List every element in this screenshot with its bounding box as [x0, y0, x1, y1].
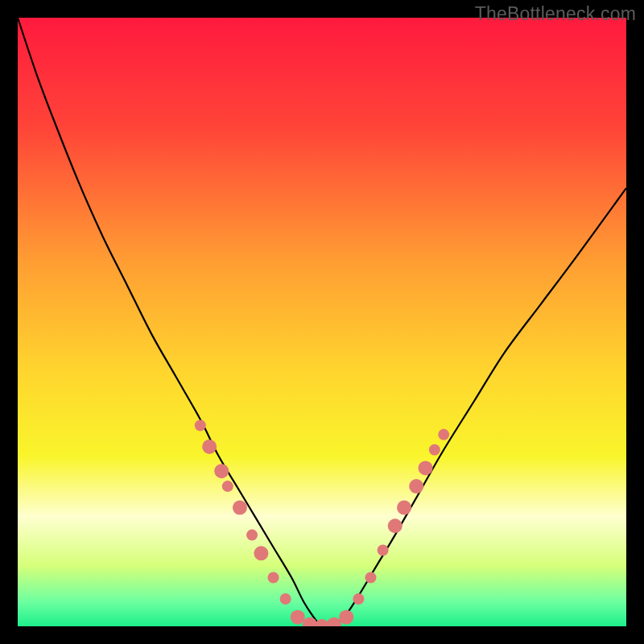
data-marker	[233, 501, 247, 515]
data-marker	[388, 518, 402, 533]
gradient-background	[18, 18, 626, 626]
data-marker	[214, 464, 229, 478]
data-marker	[365, 572, 376, 584]
chart-plot-area	[18, 18, 626, 626]
chart-frame: TheBottleneck.com	[0, 0, 644, 644]
data-marker	[429, 444, 440, 456]
data-marker	[268, 572, 279, 584]
data-marker	[195, 420, 206, 431]
data-marker	[246, 530, 258, 541]
data-marker	[419, 460, 433, 475]
data-marker	[397, 501, 411, 515]
data-marker	[202, 440, 217, 454]
data-marker	[222, 481, 233, 492]
watermark-text: TheBottleneck.com	[475, 3, 636, 25]
data-marker	[409, 479, 423, 493]
data-marker	[438, 429, 449, 440]
data-marker	[254, 546, 268, 560]
data-marker	[378, 545, 389, 556]
data-marker	[353, 593, 364, 605]
bottleneck-chart	[18, 18, 626, 626]
data-marker	[291, 610, 305, 625]
data-marker	[339, 610, 353, 625]
data-marker	[280, 593, 291, 605]
